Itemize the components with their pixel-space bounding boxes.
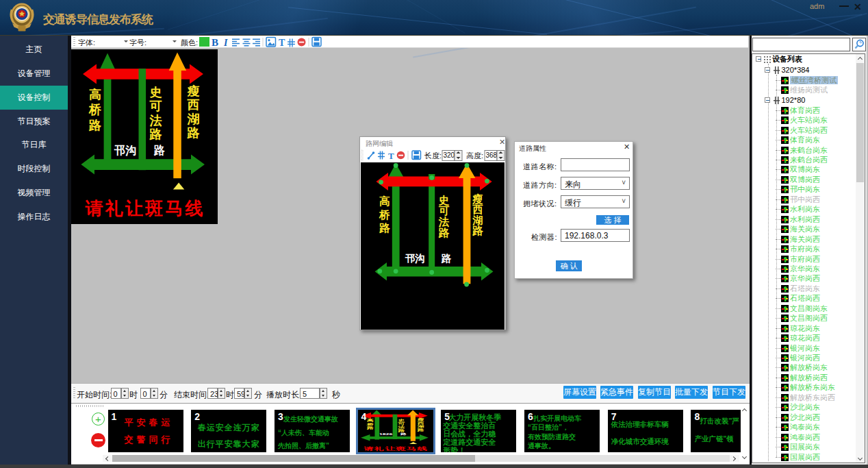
svg-text:史: 史	[439, 195, 450, 206]
svg-text:368: 368	[486, 151, 498, 159]
svg-text:邗沟: 邗沟	[114, 145, 136, 156]
svg-text:湖: 湖	[187, 112, 200, 126]
svg-text:1826: 1826	[379, 433, 392, 436]
svg-text:路: 路	[416, 428, 424, 432]
svg-text:长度:: 长度:	[424, 151, 442, 160]
svg-text:可: 可	[149, 99, 162, 113]
svg-text:路: 路	[88, 119, 101, 132]
svg-text:桥: 桥	[366, 423, 374, 426]
svg-text:邗沟: 邗沟	[405, 253, 425, 264]
svg-text:桥: 桥	[88, 103, 102, 116]
svg-text:史: 史	[150, 86, 162, 99]
svg-text:可: 可	[439, 205, 450, 217]
svg-text:法: 法	[149, 114, 162, 127]
svg-text:西: 西	[472, 204, 483, 215]
svg-text:路: 路	[438, 227, 450, 238]
svg-text:320: 320	[444, 151, 455, 159]
svg-text:B: B	[212, 37, 218, 48]
svg-text:高: 高	[366, 419, 374, 422]
svg-text:I: I	[223, 38, 228, 48]
svg-text:瘦: 瘦	[472, 193, 483, 205]
svg-text:高度:: 高度:	[466, 151, 483, 160]
svg-text:路: 路	[472, 225, 483, 236]
svg-text:西: 西	[187, 98, 200, 112]
svg-text:路: 路	[187, 126, 200, 140]
svg-text:路: 路	[153, 144, 165, 156]
svg-text:瘦: 瘦	[187, 84, 200, 98]
svg-text:路: 路	[399, 433, 406, 436]
svg-text:路: 路	[397, 428, 405, 432]
svg-text:高: 高	[379, 195, 390, 207]
svg-text:T: T	[279, 38, 285, 48]
svg-text:高: 高	[89, 88, 101, 101]
svg-text:湖: 湖	[472, 214, 483, 226]
svg-text:路: 路	[149, 127, 162, 141]
svg-text:T: T	[388, 151, 394, 161]
svg-text:路: 路	[441, 253, 452, 264]
svg-text:桥: 桥	[379, 209, 390, 221]
svg-text:法: 法	[438, 216, 450, 227]
svg-text:西: 西	[417, 421, 424, 425]
svg-text:路: 路	[366, 426, 374, 430]
svg-text:路: 路	[379, 222, 390, 234]
svg-text:可: 可	[397, 421, 405, 425]
